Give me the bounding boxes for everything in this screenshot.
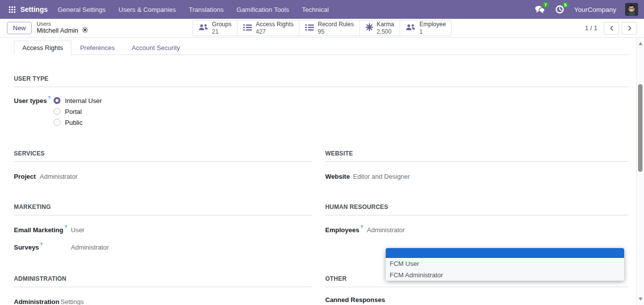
section-administration: ADMINISTRATION Administration Settings: [14, 274, 312, 305]
tab-account-security[interactable]: Account Security: [123, 41, 188, 55]
radio-public[interactable]: Public: [54, 119, 102, 126]
section-title: USER TYPE: [14, 75, 49, 82]
stat-label: Employee: [419, 21, 446, 28]
activities-icon[interactable]: 5: [554, 4, 565, 14]
stat-label: Record Rules: [318, 21, 354, 28]
stat-label: Karma: [377, 21, 394, 28]
stat-label: Access Rights: [256, 21, 293, 28]
section-title: SERVICES: [14, 150, 45, 157]
menu-general-settings[interactable]: General Settings: [58, 6, 106, 13]
activities-badge: 5: [562, 1, 569, 8]
radio-button[interactable]: [54, 97, 60, 104]
stat-value: 21: [212, 28, 232, 35]
section-title: MARKETING: [14, 203, 51, 210]
stat-value: 95: [318, 28, 354, 35]
stat-value: 427: [256, 28, 293, 35]
messages-badge: 7: [542, 1, 549, 8]
website-label: Website: [325, 173, 353, 180]
breadcrumb-current-record: Mitchell Admin: [37, 27, 78, 35]
section-services: SERVICES Project Administrator: [14, 149, 312, 180]
canned-responses-label: Canned Responses: [325, 296, 386, 304]
dropdown-option-fcm-administrator[interactable]: FCM Administrator: [386, 269, 624, 281]
radio-button[interactable]: [54, 108, 60, 115]
vertical-scrollbar[interactable]: [636, 38, 644, 305]
stat-button-groups[interactable]: Groups 21: [193, 21, 237, 36]
help-icon[interactable]: ?: [40, 242, 43, 247]
section-marketing: MARKETING Email Marketing? User Surveys?…: [14, 202, 312, 251]
stat-button-karma[interactable]: Karma 2,500: [360, 21, 400, 36]
scrollbar-thumb[interactable]: [638, 84, 643, 172]
record-settings-gear-icon[interactable]: [82, 27, 88, 35]
breadcrumb: Users Mitchell Admin: [37, 21, 88, 36]
section-title: ADMINISTRATION: [14, 275, 66, 282]
stat-value: 2,500: [377, 28, 394, 35]
help-icon[interactable]: ?: [48, 95, 51, 100]
section-website: WEBSITE Website Editor and Designer: [325, 149, 629, 180]
fcm-notifications-dropdown: FCM User FCM Administrator: [386, 248, 624, 281]
radio-portal[interactable]: Portal: [54, 108, 102, 115]
stat-button-employee[interactable]: Employee 1: [400, 21, 451, 36]
breadcrumb-users-link[interactable]: Users: [37, 21, 88, 27]
help-icon[interactable]: ?: [64, 224, 67, 229]
stat-button-record-rules[interactable]: Record Rules 95: [299, 21, 360, 36]
users-icon: [198, 24, 209, 33]
stat-button-group: Groups 21 Access Rights 427: [192, 20, 452, 36]
scroll-up-button[interactable]: [637, 40, 644, 48]
dropdown-option-fcm-user[interactable]: FCM User: [386, 258, 624, 269]
section-user-type: USER TYPE User types? Internal User Port…: [14, 74, 629, 126]
section-human-resources: HUMAN RESOURCES Employees? Administrator: [325, 202, 629, 251]
administration-label: Administration: [14, 298, 60, 305]
section-title: OTHER: [325, 275, 347, 282]
new-button[interactable]: New: [7, 22, 32, 34]
section-title: WEBSITE: [325, 150, 353, 157]
surveys-value[interactable]: Administrator: [71, 244, 109, 251]
stat-label: Groups: [212, 21, 232, 28]
radio-button[interactable]: [54, 119, 60, 126]
menu-users-companies[interactable]: Users & Companies: [118, 6, 176, 13]
stat-value: 1: [419, 28, 446, 35]
main-menu: General Settings Users & Companies Trans…: [58, 6, 329, 13]
project-value[interactable]: Administrator: [40, 173, 78, 180]
user-types-label: User types?: [14, 97, 54, 126]
administration-value[interactable]: Settings: [60, 298, 84, 305]
menu-translations[interactable]: Translations: [189, 6, 224, 13]
email-marketing-value[interactable]: User: [71, 226, 84, 234]
section-title: HUMAN RESOURCES: [325, 203, 388, 210]
users-icon: [406, 24, 416, 33]
help-icon[interactable]: ?: [360, 224, 363, 229]
employees-value[interactable]: Administrator: [367, 226, 405, 234]
menu-technical[interactable]: Technical: [302, 6, 329, 13]
app-name[interactable]: Settings: [20, 5, 48, 13]
surveys-label: Surveys?: [14, 244, 71, 251]
control-panel: New Users Mitchell Admin: [0, 19, 644, 38]
list-icon: [243, 24, 252, 33]
radio-internal-user[interactable]: Internal User: [54, 97, 102, 104]
menu-gamification-tools[interactable]: Gamification Tools: [236, 6, 289, 13]
apps-grid-icon[interactable]: [9, 6, 15, 13]
list-icon: [305, 24, 314, 33]
pager-value[interactable]: 1 / 1: [585, 24, 597, 32]
tab-access-rights[interactable]: Access Rights: [14, 41, 71, 55]
tab-preferences[interactable]: Preferences: [71, 41, 123, 55]
scroll-down-button[interactable]: [637, 295, 644, 303]
project-label: Project: [14, 173, 40, 180]
stat-button-access-rights[interactable]: Access Rights 427: [237, 21, 299, 36]
pager-next-button[interactable]: [622, 22, 637, 35]
user-avatar[interactable]: [625, 3, 638, 16]
pager-previous-button[interactable]: [604, 22, 619, 35]
company-name[interactable]: YourCompany: [574, 6, 616, 13]
notebook-tabs: Access Rights Preferences Account Securi…: [14, 41, 629, 55]
dropdown-option-empty[interactable]: [386, 248, 624, 258]
gear-icon: [365, 23, 373, 33]
email-marketing-label: Email Marketing?: [14, 226, 71, 234]
website-value[interactable]: Editor and Designer: [353, 173, 410, 180]
top-navbar: Settings General Settings Users & Compan…: [0, 0, 644, 19]
employees-label: Employees?: [325, 226, 367, 234]
messages-icon[interactable]: 7: [534, 4, 545, 14]
